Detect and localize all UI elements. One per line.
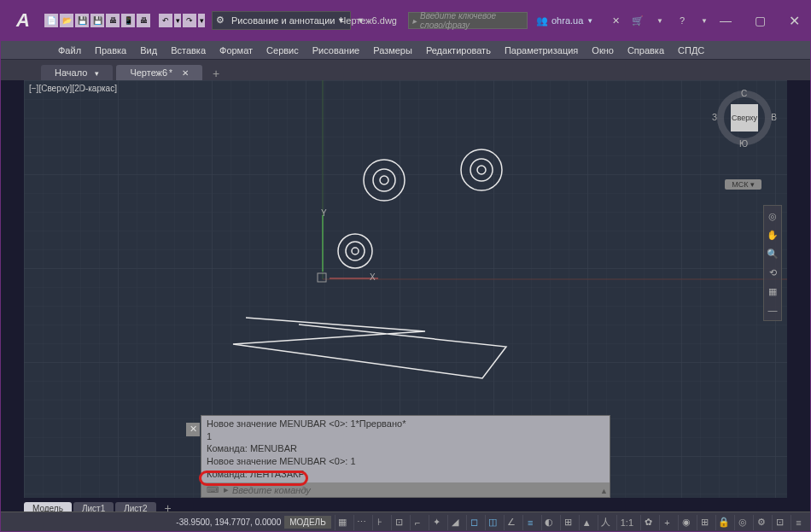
user-name: ohra.ua bbox=[551, 15, 583, 26]
space-mode[interactable]: МОДЕЛЬ bbox=[284, 516, 330, 529]
menu-insert[interactable]: Вставка bbox=[164, 41, 213, 59]
menu-window[interactable]: Окно bbox=[585, 41, 621, 59]
titlebar: A 📄 📂 💾 💾 🖶 📱 🖶 ↶ ▾ ↷ ▾ ⚙ Рисование и ан… bbox=[0, 0, 811, 41]
menubar: Файл Правка Вид Вставка Формат Сервис Ри… bbox=[0, 41, 811, 60]
window-controls: — ▢ ✕ bbox=[709, 7, 811, 34]
signin-icon: 👥 bbox=[536, 15, 548, 26]
minimize-button[interactable]: — bbox=[709, 7, 743, 34]
menu-format[interactable]: Формат bbox=[213, 41, 260, 59]
cleanscreen-icon[interactable]: ⊡ bbox=[772, 515, 787, 530]
tab-start[interactable]: Начало ▾ bbox=[41, 65, 113, 80]
close-button[interactable]: ✕ bbox=[777, 7, 811, 34]
hardware-accel-icon[interactable]: ⚙ bbox=[753, 515, 768, 530]
new-icon[interactable]: 📄 bbox=[44, 14, 58, 27]
cmd-scroll-up-icon[interactable]: ▲ bbox=[600, 487, 608, 495]
transparency-icon[interactable]: ◐ bbox=[541, 515, 557, 530]
osnap-icon[interactable]: ◻ bbox=[466, 515, 481, 530]
new-tab-button[interactable]: + bbox=[206, 67, 226, 80]
save-icon[interactable]: 💾 bbox=[75, 14, 89, 27]
snap-icon[interactable]: ⋯ bbox=[353, 515, 369, 530]
tab-drawing[interactable]: Чертеж6* ✕ bbox=[116, 65, 202, 80]
chevron-down-icon[interactable]: ▼ bbox=[652, 13, 668, 28]
coordinates-display[interactable]: -38.9500, 194.7707, 0.0000 bbox=[176, 517, 281, 527]
exchange-icon[interactable]: ✕ bbox=[608, 13, 623, 28]
menu-spds[interactable]: СПДС bbox=[671, 41, 711, 59]
lock-ui-icon[interactable]: 🔒 bbox=[715, 515, 731, 530]
workspace-icon[interactable]: ✿ bbox=[640, 515, 656, 530]
zoom-icon[interactable]: 🔍 bbox=[766, 247, 779, 260]
menu-file[interactable]: Файл bbox=[51, 41, 88, 59]
cmd-line: Команда: MENUBAR bbox=[207, 442, 604, 455]
tab-label: Начало bbox=[55, 67, 87, 78]
isolate-icon[interactable]: ◎ bbox=[734, 515, 750, 530]
3dosnap-icon[interactable]: ◫ bbox=[485, 515, 500, 530]
maximize-button[interactable]: ▢ bbox=[743, 7, 777, 34]
viewcube[interactable]: Сверху С Ю В З bbox=[717, 91, 772, 145]
plot-icon[interactable]: 🖶 bbox=[106, 14, 120, 27]
cmd-placeholder: Введите команду bbox=[232, 485, 311, 495]
mobile-icon[interactable]: 📱 bbox=[121, 14, 135, 27]
selection-cycling-icon[interactable]: ⊞ bbox=[560, 515, 575, 530]
chevron-down-icon: ▼ bbox=[586, 17, 593, 25]
title-icons: ✕ 🛒 ▼ ? ▼ bbox=[608, 13, 712, 28]
scale-display[interactable]: 1:1 bbox=[616, 515, 637, 530]
ortho-icon[interactable]: ⌐ bbox=[410, 515, 425, 530]
units-icon[interactable]: ◉ bbox=[678, 515, 693, 530]
polar-icon[interactable]: ✦ bbox=[429, 515, 444, 530]
vc-south: Ю bbox=[739, 139, 748, 149]
isodraft-icon[interactable]: ◢ bbox=[447, 515, 463, 530]
search-placeholder: Введите ключевое слово/фразу bbox=[420, 11, 523, 30]
annoscale-icon[interactable]: 人 bbox=[598, 515, 613, 530]
undo-dd-icon[interactable]: ▾ bbox=[174, 14, 181, 27]
command-window[interactable]: ✕ Новое значение MENUBAR <0>: 1*Прервано… bbox=[201, 415, 610, 498]
menu-parametric[interactable]: Параметризация bbox=[498, 41, 585, 59]
menu-edit[interactable]: Правка bbox=[88, 41, 133, 59]
showmotion-icon[interactable]: ▦ bbox=[766, 284, 779, 298]
y-axis-label: Y bbox=[321, 208, 327, 218]
annotation-monitor-icon[interactable]: + bbox=[659, 515, 674, 530]
vc-east: В bbox=[771, 113, 777, 122]
grid-icon[interactable]: ▦ bbox=[335, 515, 350, 530]
otrack-icon[interactable]: ∠ bbox=[504, 515, 519, 530]
command-close-icon[interactable]: ✕ bbox=[186, 423, 200, 436]
command-input[interactable]: ▸ Введите команду bbox=[201, 482, 610, 497]
cart-icon[interactable]: 🛒 bbox=[630, 13, 645, 28]
menu-tools[interactable]: Сервис bbox=[260, 41, 306, 59]
gear-icon: ⚙ bbox=[216, 15, 228, 26]
plot-preview-icon[interactable]: 🖶 bbox=[137, 14, 150, 27]
cmd-line: Новое значение MENUBAR <0>: 1*Прервано* bbox=[207, 418, 604, 430]
orbit-icon[interactable]: ⟲ bbox=[766, 266, 779, 279]
cmd-line: Команда: ЛЕНТАЗАКР bbox=[207, 468, 604, 481]
app-logo[interactable]: A bbox=[7, 4, 39, 37]
user-area[interactable]: 👥 ohra.ua ▼ bbox=[536, 15, 593, 26]
saveas-icon[interactable]: 💾 bbox=[90, 14, 104, 27]
workspace-selector[interactable]: ⚙ Рисование и аннотации ▼ bbox=[212, 11, 351, 30]
menu-modify[interactable]: Редактировать bbox=[419, 41, 498, 59]
menu-dimension[interactable]: Размеры bbox=[366, 41, 419, 59]
cmd-line: Новое значение MENUBAR <0>: 1 bbox=[207, 455, 604, 468]
redo-dd-icon[interactable]: ▾ bbox=[198, 14, 205, 27]
pan-icon[interactable]: ✋ bbox=[766, 228, 779, 242]
annotation-icon[interactable]: ▲ bbox=[579, 515, 594, 530]
open-icon[interactable]: 📂 bbox=[60, 14, 73, 27]
wheel-icon[interactable]: ◎ bbox=[766, 209, 779, 223]
tab-close-icon[interactable]: ✕ bbox=[182, 68, 189, 78]
infer-icon[interactable]: ⊦ bbox=[372, 515, 388, 530]
viewcube-face[interactable]: Сверху bbox=[731, 104, 758, 132]
search-input[interactable]: ▸ Введите ключевое слово/фразу bbox=[408, 12, 528, 29]
vc-north: С bbox=[741, 89, 747, 98]
redo-icon[interactable]: ↷ bbox=[183, 14, 196, 27]
quickprops-icon[interactable]: ⊞ bbox=[697, 515, 712, 530]
quick-access-toolbar: 📄 📂 💾 💾 🖶 📱 🖶 ↶ ▾ ↷ ▾ bbox=[44, 12, 205, 29]
undo-icon[interactable]: ↶ bbox=[159, 14, 172, 27]
navbar-menu-icon[interactable]: — bbox=[766, 303, 779, 317]
menu-draw[interactable]: Рисование bbox=[306, 41, 366, 59]
menu-view[interactable]: Вид bbox=[133, 41, 164, 59]
wcs-selector[interactable]: МСК ▾ bbox=[725, 179, 761, 190]
x-axis-label: X bbox=[370, 272, 376, 282]
lineweight-icon[interactable]: ≡ bbox=[522, 515, 538, 530]
menu-help[interactable]: Справка bbox=[621, 41, 671, 59]
help-icon[interactable]: ? bbox=[674, 13, 690, 28]
customize-icon[interactable]: ≡ bbox=[791, 515, 806, 530]
dynamic-input-icon[interactable]: ⊡ bbox=[391, 515, 406, 530]
